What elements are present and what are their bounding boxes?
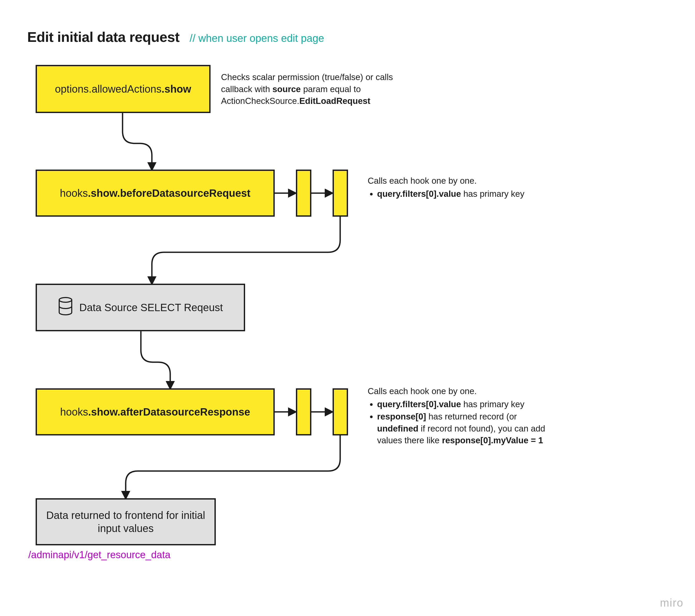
page-title: Edit initial data request <box>27 29 180 45</box>
miro-watermark: miro <box>660 597 683 609</box>
after-hook-step-2 <box>333 388 348 436</box>
node-after-pre: hooks <box>60 406 88 418</box>
before-hook-step-2 <box>333 170 348 217</box>
page-subtitle: // when user opens edit page <box>190 33 324 44</box>
node-after-bold: .show.afterDatasourceResponse <box>88 406 250 418</box>
node-after-hook: hooks.show.afterDatasourceResponse <box>36 388 275 436</box>
after-hook-step-1 <box>296 388 311 436</box>
node-allowed-text-pre: options.allowedActions <box>55 83 162 95</box>
node-select-label: Data Source SELECT Reqeust <box>79 301 223 314</box>
database-icon <box>58 297 73 318</box>
node-before-bold: .show.beforeDatasourceRequest <box>88 187 250 199</box>
note-after-hook: Calls each hook one by one. query.filter… <box>368 385 556 446</box>
before-hook-step-1 <box>296 170 311 217</box>
node-allowed-text-bold: .show <box>162 83 191 95</box>
api-endpoint: /adminapi/v1/get_resource_data <box>28 549 170 561</box>
node-returned: Data returned to frontend for initial in… <box>36 498 216 545</box>
note-permission: Checks scalar permission (true/false) or… <box>221 71 399 107</box>
svg-point-0 <box>59 298 72 302</box>
node-before-hook: hooks.show.beforeDatasourceRequest <box>36 170 275 217</box>
note-before-hook: Calls each hook one by one. query.filter… <box>368 175 535 200</box>
node-before-pre: hooks <box>60 187 88 199</box>
node-allowed-actions: options.allowedActions.show <box>36 65 210 113</box>
node-select-request: Data Source SELECT Reqeust <box>36 284 245 331</box>
node-returned-label: Data returned to frontend for initial in… <box>43 509 209 535</box>
